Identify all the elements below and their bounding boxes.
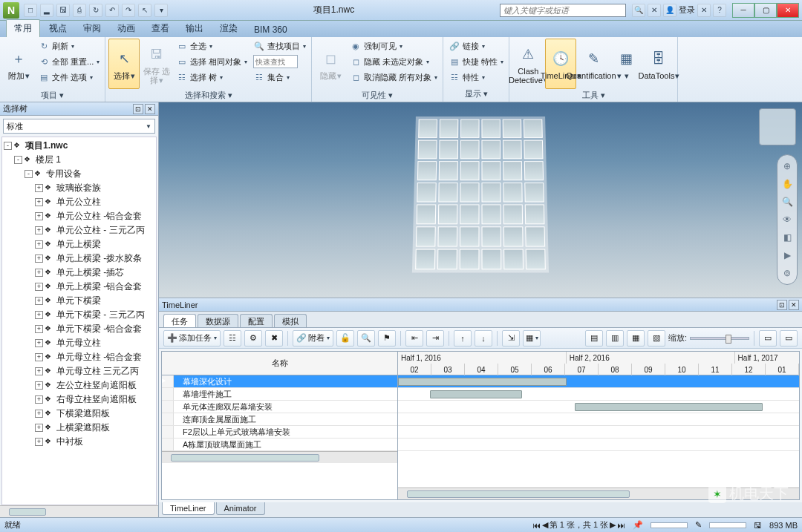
quick-find-input[interactable] (253, 55, 298, 68)
tree-item[interactable]: +❖单元上横梁 (4, 237, 154, 252)
ribbon-group-label[interactable]: 选择和搜索 ▾ (108, 89, 308, 102)
auto-task-button[interactable]: ⚙ (244, 330, 262, 347)
task-row[interactable]: 连廊顶金属屋面施工 (162, 413, 397, 426)
pan-icon[interactable]: ✋ (780, 177, 794, 191)
tl-tab-数据源[interactable]: 数据源 (198, 314, 238, 327)
tree-item[interactable]: +❖中衬板 (4, 435, 154, 449)
tl-left-scroll[interactable] (162, 451, 397, 463)
task-row[interactable]: 幕墙埋件施工 (162, 388, 397, 401)
movedown-button[interactable]: ↓ (475, 330, 492, 347)
tree-item[interactable]: +❖左公立柱竖向遮阳板 (4, 378, 154, 393)
tl-tab-配置[interactable]: 配置 (240, 314, 273, 327)
append-button[interactable]: ＋附加▾ (3, 39, 34, 89)
task-row[interactable]: ▸幕墙深化设计 (162, 375, 397, 388)
clear-attach-button[interactable]: 🔓 (336, 330, 354, 347)
hide-button[interactable]: ◻隐藏▾ (315, 39, 346, 89)
expand-icon[interactable]: + (35, 381, 43, 390)
expand-icon[interactable]: + (35, 410, 43, 418)
app-icon[interactable]: N (3, 2, 19, 19)
tree-item[interactable]: -❖项目1.nwc (4, 139, 154, 153)
help-icon[interactable]: ? (713, 4, 726, 17)
qat-refresh-icon[interactable]: ↻ (89, 4, 102, 17)
walk-icon[interactable]: ◧ (780, 231, 794, 244)
ribbon-tab-0[interactable]: 常用 (6, 19, 40, 37)
tl-tab-任务[interactable]: 任务 (163, 314, 196, 327)
expand-icon[interactable]: + (35, 184, 43, 192)
tree-item[interactable]: +❖单元下横梁 - 三元乙丙 (4, 308, 154, 322)
qat-undo-icon[interactable]: ↶ (105, 4, 119, 17)
tree-item[interactable]: +❖单元母立柱 -铝合金套 (4, 350, 154, 364)
selection-tree[interactable]: -❖项目1.nwc-❖楼层 1-❖专用设备+❖玻璃嵌套族+❖单元公立柱+❖单元公… (1, 137, 157, 505)
tree-item[interactable]: +❖单元公立柱 (4, 195, 154, 209)
qat-new-icon[interactable]: □ (24, 4, 37, 17)
more-button[interactable]: ▦▾ (610, 39, 642, 89)
expand-icon[interactable]: + (35, 353, 43, 361)
attach-button[interactable]: 🔗附着▾ (293, 330, 333, 347)
view4-button[interactable]: ▧ (648, 330, 665, 347)
binoculars-icon[interactable]: 🔍 (632, 4, 645, 17)
ribbon-group-label[interactable]: 项目 ▾ (3, 89, 102, 102)
delete-task-button[interactable]: ✖ (265, 330, 283, 347)
expand-icon[interactable]: + (35, 438, 43, 446)
quick-props-button[interactable]: ▤快捷 特性▾ (446, 54, 506, 69)
file-options-button[interactable]: ▤文件 选项▾ (36, 70, 102, 85)
add-task-button[interactable]: ➕添加任务▾ (163, 330, 221, 347)
properties-button[interactable]: ☷特性▾ (446, 70, 506, 85)
timeliner-button[interactable]: 🕓TimeLiner▾ (545, 39, 576, 89)
view1-button[interactable]: ▤ (585, 330, 603, 347)
clash-button[interactable]: ⚠Clash Detective▾ (512, 39, 544, 89)
export-button[interactable]: ⇲ (502, 330, 520, 347)
task-row[interactable]: A栋屋顶玻璃屋面施工 (162, 439, 397, 451)
hide-unselected-button[interactable]: ◻隐藏 未选定对象▾ (348, 54, 440, 69)
indent-button[interactable]: ⇤ (405, 330, 423, 347)
tl-gantt-area[interactable]: Half 1, 2016Half 2, 2016Half 1, 20170203… (398, 352, 799, 499)
expand-icon[interactable]: + (35, 269, 43, 277)
expand-icon[interactable]: + (35, 311, 43, 319)
login-link[interactable]: 登录 (679, 4, 695, 16)
datatools-button[interactable]: 🗄DataTools▾ (643, 39, 674, 89)
minimize-button[interactable]: ─ (732, 3, 754, 18)
ribbon-tab-7[interactable]: BIM 360 (247, 22, 295, 37)
wheel-icon[interactable]: ⊚ (780, 266, 794, 280)
panel-close-icon[interactable]: ✕ (145, 104, 155, 114)
tree-item[interactable]: +❖单元下横梁 (4, 294, 154, 308)
ribbon-tab-5[interactable]: 输出 (178, 20, 211, 37)
panel-pin-icon[interactable]: ⊡ (133, 104, 143, 114)
exchange-icon[interactable]: ✕ (648, 4, 661, 17)
task-row[interactable]: F2层以上单元式玻璃幕墙安装 (162, 426, 397, 439)
look-icon[interactable]: 👁 (780, 213, 794, 226)
viewcube[interactable] (759, 108, 796, 145)
reset-all-button[interactable]: ⟲全部 重置...▾ (36, 54, 102, 69)
fly-icon[interactable]: ▶ (780, 249, 794, 262)
insert-task-button[interactable]: ☷ (224, 330, 241, 347)
qat-more-icon[interactable]: ▾ (154, 4, 168, 17)
zoom-icon[interactable]: 🔍 (780, 195, 794, 208)
tree-item[interactable]: +❖单元公立柱 - 三元乙丙 (4, 223, 154, 237)
qat-redo-icon[interactable]: ↷ (122, 4, 135, 17)
filter1-button[interactable]: ▭ (759, 330, 777, 347)
expand-icon[interactable]: + (35, 297, 43, 305)
unhide-all-button[interactable]: ◻取消隐藏 所有对象▾ (348, 70, 440, 85)
tree-item[interactable]: +❖玻璃嵌套族 (4, 181, 154, 195)
ribbon-group-label[interactable]: 显示 ▾ (446, 88, 506, 100)
outdent-button[interactable]: ⇥ (426, 330, 444, 347)
pin-indicator-icon[interactable]: 📌 (633, 520, 643, 530)
nav-bar[interactable]: ⊕ ✋ 🔍 👁 ◧ ▶ ⊚ (777, 154, 798, 285)
tree-item[interactable]: +❖单元下横梁 -铝合金套 (4, 322, 154, 336)
tree-item[interactable]: +❖单元公立柱 -铝合金套 (4, 209, 154, 223)
ribbon-group-label[interactable]: 可见性 ▾ (315, 89, 440, 102)
tl-tab-模拟[interactable]: 模拟 (274, 314, 307, 327)
ribbon-tab-6[interactable]: 渲染 (212, 20, 245, 37)
tree-item[interactable]: +❖下横梁遮阳板 (4, 407, 154, 421)
expand-icon[interactable]: + (35, 395, 43, 404)
bottom-tab-TimeLiner[interactable]: TimeLiner (162, 502, 215, 515)
select-tree-button[interactable]: ☷选择 树▾ (174, 70, 250, 85)
expand-icon[interactable]: + (35, 198, 43, 206)
columns-button[interactable]: ▦▾ (523, 330, 541, 347)
qat-print-icon[interactable]: ⎙ (73, 4, 86, 17)
ribbon-tab-4[interactable]: 查看 (144, 20, 177, 37)
sets-button[interactable]: ☷集合▾ (251, 70, 308, 85)
tree-item[interactable]: +❖单元上横梁 -铝合金套 (4, 280, 154, 294)
ribbon-tab-1[interactable]: 视点 (42, 20, 74, 37)
task-row[interactable]: 单元体连廊双层幕墙安装 (162, 401, 397, 413)
